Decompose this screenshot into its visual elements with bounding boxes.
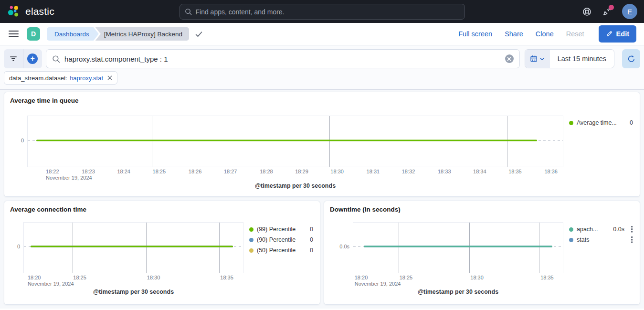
gridline: [399, 223, 399, 273]
x-axis-title: @timestamp per 30 seconds: [353, 289, 563, 295]
panel-title[interactable]: Downtime (in seconds): [330, 206, 634, 213]
legend-color-dot: [569, 227, 573, 232]
legend-item-menu-icon[interactable]: [631, 236, 633, 243]
remove-filter-icon[interactable]: [107, 75, 112, 80]
filter-pill-field: data_stream.dataset:: [9, 75, 67, 82]
global-top-bar: elastic E: [0, 0, 644, 23]
legend-label: apach...: [577, 226, 598, 233]
breadcrumb: Dashboards [Metrics HAProxy] Backend: [47, 27, 203, 41]
legend-value: 0: [310, 226, 313, 233]
saved-check-icon[interactable]: [195, 30, 203, 38]
time-picker-quick-menu-button[interactable]: [525, 50, 550, 68]
x-tick-label: 18:31: [367, 169, 380, 174]
breadcrumb-dashboards[interactable]: Dashboards: [47, 27, 99, 41]
y-axis-label: 0: [21, 138, 24, 143]
gridline: [469, 223, 470, 273]
global-search-box[interactable]: [179, 4, 465, 20]
legend-item[interactable]: (50) Percentile0: [249, 245, 313, 256]
legend-color-dot: [249, 248, 253, 253]
edit-button-label: Edit: [616, 30, 629, 38]
series-line: [31, 246, 233, 247]
time-range-display[interactable]: Last 15 minutes: [550, 50, 614, 68]
legend-item[interactable]: Average time...0: [569, 118, 633, 128]
y-axis-label: 0.0s: [339, 244, 349, 249]
x-axis-date-label: November 19, 2024: [28, 281, 74, 287]
x-tick-label: 18:22: [46, 169, 59, 174]
legend-item[interactable]: (99) Percentile0: [249, 224, 313, 235]
chart-legend: apach...0.0sstats: [563, 222, 634, 295]
time-picker: Last 15 minutes: [525, 49, 614, 68]
space-avatar[interactable]: D: [27, 27, 40, 41]
y-axis-label: 0: [17, 244, 20, 249]
legend-label: (50) Percentile: [257, 247, 296, 254]
x-axis-date-label: November 19, 2024: [46, 175, 92, 181]
share-button[interactable]: Share: [505, 30, 523, 38]
gridline: [73, 223, 73, 273]
refresh-button[interactable]: [622, 49, 640, 68]
dashboard-header: D Dashboards [Metrics HAProxy] Backend F…: [0, 23, 644, 45]
chart-legend: Average time...0: [563, 116, 634, 189]
add-filter-button[interactable]: +: [23, 49, 42, 68]
legend-item[interactable]: stats: [569, 235, 633, 245]
x-tick-label: 18:25: [73, 275, 86, 280]
legend-item[interactable]: (90) Percentile0: [249, 235, 313, 245]
series-line: [364, 246, 552, 247]
panel-title[interactable]: Average time in queue: [10, 97, 634, 104]
y-axis-spacer: [330, 222, 353, 295]
x-tick-label: 18:20: [355, 275, 368, 280]
x-axis: 18:2018:2518:3018:35November 19, 2024: [23, 273, 243, 289]
full-screen-button[interactable]: Full screen: [458, 30, 492, 38]
x-tick-label: 18:34: [473, 169, 486, 174]
elastic-logo[interactable]: elastic: [7, 4, 54, 19]
panel-average-connection-time: Average connection time 0 18:2018:2518:3…: [4, 201, 320, 305]
query-bar-section: + Last 15 minutes: [0, 45, 644, 90]
legend-label: (90) Percentile: [257, 236, 296, 243]
panel-title[interactable]: Average connection time: [10, 206, 314, 213]
y-axis-spacer: [10, 222, 23, 295]
search-icon: [185, 8, 192, 15]
legend-label: stats: [577, 236, 589, 243]
help-button[interactable]: [582, 7, 591, 16]
menu-button[interactable]: [8, 28, 19, 40]
legend-color-dot: [249, 238, 253, 242]
kql-query-bar: [46, 49, 520, 68]
filter-pill[interactable]: data_stream.dataset: haproxy.stat: [4, 71, 117, 85]
search-icon: [52, 55, 60, 63]
refresh-icon: [627, 55, 635, 63]
x-tick-label: 18:28: [260, 169, 273, 174]
gridline: [539, 223, 539, 273]
clear-query-button[interactable]: [505, 54, 514, 63]
life-buoy-icon: [582, 7, 591, 16]
reset-button: Reset: [566, 30, 584, 38]
filter-controls: +: [4, 49, 42, 68]
gridline: [219, 223, 220, 273]
edit-button[interactable]: Edit: [599, 25, 636, 43]
x-tick-label: 18:35: [508, 169, 522, 174]
x-tick-label: 18:26: [189, 169, 202, 174]
global-search-input[interactable]: [196, 8, 460, 16]
plus-icon: +: [27, 53, 38, 64]
legend-value: 0: [310, 236, 313, 243]
saved-query-menu-button[interactable]: [4, 49, 23, 68]
legend-item-menu-icon[interactable]: [631, 226, 633, 233]
user-avatar[interactable]: E: [622, 4, 637, 19]
gridline: [146, 223, 147, 273]
clone-button[interactable]: Clone: [536, 30, 554, 38]
notification-badge: [609, 5, 614, 10]
x-tick-label: 18:35: [220, 275, 233, 280]
breadcrumb-current-dashboard[interactable]: [Metrics HAProxy] Backend: [95, 27, 189, 41]
panel-average-time-in-queue: Average time in queue 0 18:2218:2318:241…: [4, 92, 640, 197]
legend-label: Average time...: [577, 119, 617, 126]
legend-value: 0.0s: [613, 226, 624, 233]
legend-item[interactable]: apach...0.0s: [569, 224, 633, 235]
elastic-logo-icon: [7, 4, 21, 19]
x-axis: 18:2218:2318:2418:2518:2618:2718:2818:29…: [27, 167, 563, 182]
gridline: [507, 116, 507, 167]
news-feed-button[interactable]: [602, 7, 612, 16]
kql-query-input[interactable]: [64, 55, 501, 63]
calendar-icon: [530, 55, 538, 63]
legend-value: 0: [630, 119, 633, 126]
chart-plot-area: 0.0s: [353, 222, 563, 273]
brand-name: elastic: [25, 6, 54, 17]
series-line: [36, 139, 537, 141]
